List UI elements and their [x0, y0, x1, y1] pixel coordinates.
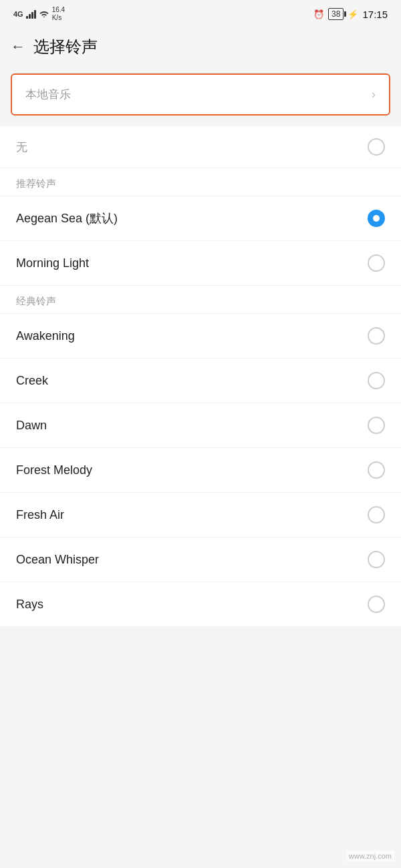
lightning-icon: ⚡: [348, 9, 358, 19]
status-time: 17:15: [362, 9, 388, 20]
page-title: 选择铃声: [33, 36, 98, 57]
status-bar: 4G 16.4K/s ⏰ 38 ⚡ 17:15: [0, 0, 401, 27]
ringtone-row-creek[interactable]: Creek: [0, 359, 401, 403]
wifi-icon: [39, 9, 49, 19]
status-left: 4G 16.4K/s: [13, 6, 65, 22]
radio-button-creek[interactable]: [368, 372, 385, 389]
ringtone-name-creek: Creek: [16, 374, 48, 388]
none-label: 无: [16, 140, 27, 155]
ringtone-row-morning-light[interactable]: Morning Light: [0, 241, 401, 286]
watermark: www.znj.com: [346, 851, 394, 861]
ringtone-name-awakening: Awakening: [16, 329, 75, 343]
ringtone-name-rays: Rays: [16, 598, 43, 612]
ringtone-row-aegean[interactable]: Aegean Sea (默认): [0, 196, 401, 241]
page-header: ← 选择铃声: [0, 27, 401, 67]
network-speed: 16.4K/s: [52, 6, 65, 22]
radio-button-morning-light[interactable]: [368, 254, 385, 272]
section-recommended-title: 推荐铃声: [16, 178, 56, 189]
chevron-right-icon: ›: [372, 87, 376, 101]
ringtone-name-forest-melody: Forest Melody: [16, 463, 92, 477]
ringtone-row-ocean-whisper[interactable]: Ocean Whisper: [0, 537, 401, 582]
local-music-label: 本地音乐: [25, 87, 71, 102]
local-music-row[interactable]: 本地音乐 ›: [11, 73, 390, 116]
section-classic-title: 经典铃声: [16, 295, 56, 306]
none-option-row[interactable]: 无: [0, 126, 401, 168]
ringtone-name-dawn: Dawn: [16, 419, 47, 433]
radio-button-awakening[interactable]: [368, 327, 385, 345]
back-button[interactable]: ←: [11, 38, 25, 55]
status-right: ⏰ 38 ⚡ 17:15: [313, 8, 388, 20]
radio-button-rays[interactable]: [368, 596, 385, 613]
signal-text: 4G: [13, 10, 23, 18]
ringtone-row-rays[interactable]: Rays: [0, 582, 401, 627]
ringtone-row-awakening[interactable]: Awakening: [0, 314, 401, 359]
ringtone-name-fresh-air: Fresh Air: [16, 508, 64, 522]
radio-button-dawn[interactable]: [368, 417, 385, 434]
ringtone-list: 无 推荐铃声 Aegean Sea (默认) Morning Light 经典铃…: [0, 126, 401, 627]
ringtone-name-ocean-whisper: Ocean Whisper: [16, 553, 99, 567]
section-classic-header: 经典铃声: [0, 286, 401, 314]
signal-bars-icon: [26, 9, 36, 19]
battery-indicator: 38: [328, 8, 344, 20]
radio-button-ocean-whisper[interactable]: [368, 551, 385, 568]
ringtone-name-aegean: Aegean Sea (默认): [16, 210, 118, 226]
alarm-icon: ⏰: [313, 9, 324, 19]
section-recommended-header: 推荐铃声: [0, 168, 401, 196]
ringtone-name-morning-light: Morning Light: [16, 256, 89, 270]
radio-button-fresh-air[interactable]: [368, 506, 385, 523]
radio-button-aegean[interactable]: [368, 210, 385, 227]
ringtone-row-fresh-air[interactable]: Fresh Air: [0, 493, 401, 537]
none-radio-button[interactable]: [368, 138, 385, 156]
ringtone-row-forest-melody[interactable]: Forest Melody: [0, 448, 401, 493]
radio-button-forest-melody[interactable]: [368, 461, 385, 479]
ringtone-row-dawn[interactable]: Dawn: [0, 403, 401, 448]
